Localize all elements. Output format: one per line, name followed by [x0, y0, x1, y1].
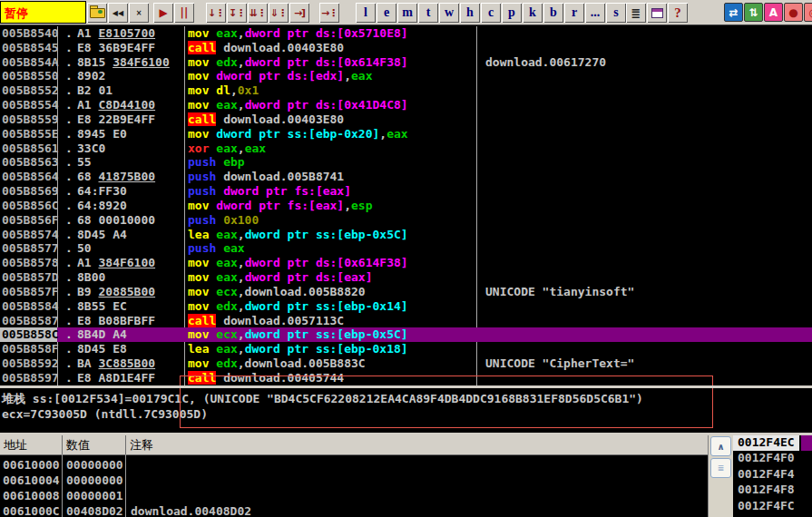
panel-button-m[interactable]: m	[397, 3, 417, 23]
updown-arrows-icon: ⇅	[748, 6, 758, 19]
record-button[interactable]: ●	[784, 3, 803, 22]
animate-into-button[interactable]: ⇊⋮	[248, 3, 268, 23]
disasm-row[interactable]: 005B8550.8902mov dword ptr ds:[edx],eax	[0, 69, 812, 83]
disasm-row[interactable]: 005B854A.8B15 384F6100mov edx,dword ptr …	[0, 55, 812, 70]
help-button[interactable]: ?	[668, 3, 688, 23]
status-indicator: 暂停	[0, 1, 86, 24]
panel-button-e[interactable]: e	[377, 3, 396, 23]
disasm-row[interactable]: 005B8574.8D45 A4lea eax,dword ptr ss:[eb…	[0, 228, 812, 242]
updown-button[interactable]: ⇅	[744, 3, 763, 22]
disasm-instruction: mov eax,dword ptr ds:[0x614F38]	[184, 256, 476, 270]
panel-button-w[interactable]: w	[439, 3, 459, 23]
panel-button-dotdotdot[interactable]: ...	[585, 3, 605, 23]
restart-button[interactable]: ◀◀	[108, 3, 128, 23]
dump-comment	[126, 458, 708, 473]
disasm-row[interactable]: 005B857D.8B00mov eax,dword ptr ds:[eax]	[0, 270, 812, 285]
disasm-row[interactable]: 005B8597.E8 A8D1E4FFcall download.004057…	[0, 371, 812, 385]
disasm-row[interactable]: 005B8587.E8 B08BFBFFcall download.005711…	[0, 314, 812, 328]
panel-button-s[interactable]: s	[606, 3, 626, 23]
stack-row[interactable]: 0012F4F4	[733, 467, 812, 483]
disasm-row[interactable]: 005B8569.64:FF30push dword ptr fs:[eax]	[0, 184, 812, 199]
scrollbar-thumb[interactable]: ≣	[710, 458, 731, 478]
disasm-row[interactable]: 005B8578.A1 384F6100mov eax,dword ptr ds…	[0, 256, 812, 270]
disasm-comment	[476, 141, 812, 156]
stack-pane[interactable]: 0012F4EC0012F4F00012F4F40012F4F80012F4FC…	[733, 435, 812, 517]
disasm-flag: .	[57, 228, 77, 242]
panel-button-b[interactable]: b	[543, 3, 563, 23]
stack-row[interactable]: 0012F4F8	[733, 483, 812, 498]
dump-scrollbar[interactable]: ∧ ≣	[708, 435, 733, 517]
panel-button-k[interactable]: k	[523, 3, 543, 23]
disasm-row[interactable]: 005B856F.68 00010000push 0x100	[0, 213, 812, 228]
disasm-row[interactable]: 005B8559.E8 22B9E4FFcall download.00403E…	[0, 112, 812, 127]
assemble-button[interactable]: A	[764, 3, 783, 22]
disasm-flag: .	[57, 256, 77, 270]
pane-divider[interactable]	[0, 433, 812, 435]
execute-till-return-button[interactable]: →]	[289, 3, 309, 23]
disasm-address: 005B8545	[0, 41, 57, 55]
disassembly-pane[interactable]: 005B8540.A1 E8105700mov eax,dword ptr ds…	[0, 26, 812, 385]
disasm-flag: .	[57, 285, 77, 299]
rewind-icon: ◀◀	[113, 9, 123, 17]
disasm-comment	[476, 371, 812, 385]
target-button[interactable]: ◎	[804, 3, 812, 22]
panel-button-r[interactable]: r	[564, 3, 584, 23]
dump-row[interactable]: 0061000800000001	[0, 489, 708, 504]
disasm-row[interactable]: 005B8563.55push ebp	[0, 155, 812, 170]
panel-button-c[interactable]: c	[481, 3, 501, 23]
panel-button-h[interactable]: h	[460, 3, 480, 23]
disasm-address: 005B8554	[0, 98, 57, 112]
disasm-row[interactable]: 005B8564.68 41875B00push download.005B87…	[0, 170, 812, 184]
options-button[interactable]: ≣	[626, 3, 646, 23]
pane-divider[interactable]	[0, 385, 812, 388]
disasm-instruction: push 0x100	[184, 213, 476, 228]
step-into-button[interactable]: ↓⋮	[206, 3, 226, 23]
disasm-row[interactable]: 005B856C.64:8920mov dword ptr fs:[eax],e…	[0, 199, 812, 213]
disasm-bytes: 8B4D A4	[77, 327, 184, 342]
go-to-button[interactable]: →⋮	[319, 3, 339, 23]
panel-button-group: ≣?	[626, 3, 688, 23]
disasm-bytes: 50	[77, 241, 184, 256]
disasm-row[interactable]: 005B855E.8945 E0mov dword ptr ss:[ebp-0x…	[0, 127, 812, 141]
animate-over-button[interactable]: ⇓⋮	[269, 3, 289, 23]
disasm-row[interactable]: 005B8577.50push eax	[0, 241, 812, 256]
scroll-up-button[interactable]: ∧	[710, 436, 731, 456]
list-icon: ≣	[631, 6, 641, 20]
disasm-row[interactable]: 005B8561.33C0xor eax,eax	[0, 141, 812, 156]
dump-row[interactable]: 0061000C00408D02download.00408D02	[0, 504, 708, 517]
swap-button[interactable]: ⇄	[724, 3, 743, 22]
disasm-row[interactable]: 005B8552.B2 01mov dl,0x1	[0, 83, 812, 98]
disasm-row[interactable]: 005B857F.B9 20885B00mov ecx,download.005…	[0, 285, 812, 299]
dump-pane[interactable]: 地址 数值 注释 0061000000000000006100040000000…	[0, 435, 708, 517]
dump-address: 0061000C	[0, 504, 63, 517]
windows-button[interactable]	[647, 3, 667, 23]
stack-row[interactable]: 0012F4FC	[733, 499, 812, 514]
disasm-row[interactable]: 005B8592.BA 3C885B00mov edx,download.005…	[0, 356, 812, 371]
disasm-bytes: A1 384F6100	[77, 256, 184, 270]
stack-row[interactable]: 0012F4EC	[733, 435, 812, 451]
open-file-button[interactable]	[87, 3, 107, 23]
disasm-instruction: mov eax,dword ptr ds:[0x41D4C8]	[184, 98, 476, 112]
panel-button-l[interactable]: l	[356, 3, 376, 23]
panel-button-t[interactable]: t	[418, 3, 438, 23]
disasm-row[interactable]: 005B8584.8B55 ECmov edx,dword ptr ss:[eb…	[0, 299, 812, 314]
run-button[interactable]: ▶	[153, 3, 173, 23]
dump-row[interactable]: 0061000000000000	[0, 458, 708, 473]
close-icon: ×	[136, 9, 142, 17]
disasm-bytes: E8 A8D1E4FF	[77, 371, 184, 385]
dump-row[interactable]: 0061000400000000	[0, 473, 708, 489]
disasm-row[interactable]: 005B8545.E8 36B9E4FFcall download.00403E…	[0, 41, 812, 55]
disasm-address: 005B858C	[0, 327, 57, 342]
disasm-instruction: xor eax,eax	[184, 141, 476, 156]
disasm-address: 005B858F	[0, 342, 57, 356]
step-over-button[interactable]: ↧⋮	[227, 3, 247, 23]
disasm-row[interactable]: 005B8540.A1 E8105700mov eax,dword ptr ds…	[0, 26, 812, 41]
close-button[interactable]: ×	[129, 3, 149, 23]
disasm-row[interactable]: 005B858F.8D45 E8lea eax,dword ptr ss:[eb…	[0, 342, 812, 356]
stack-row[interactable]: 0012F4F0	[733, 451, 812, 466]
disasm-comment: UNICODE "CipherText="	[476, 356, 812, 371]
pause-button[interactable]: ||	[174, 3, 194, 23]
panel-button-p[interactable]: p	[502, 3, 522, 23]
disasm-row[interactable]: 005B8554.A1 C8D44100mov eax,dword ptr ds…	[0, 98, 812, 112]
disasm-row[interactable]: 005B858C.8B4D A4mov ecx,dword ptr ss:[eb…	[0, 327, 812, 342]
